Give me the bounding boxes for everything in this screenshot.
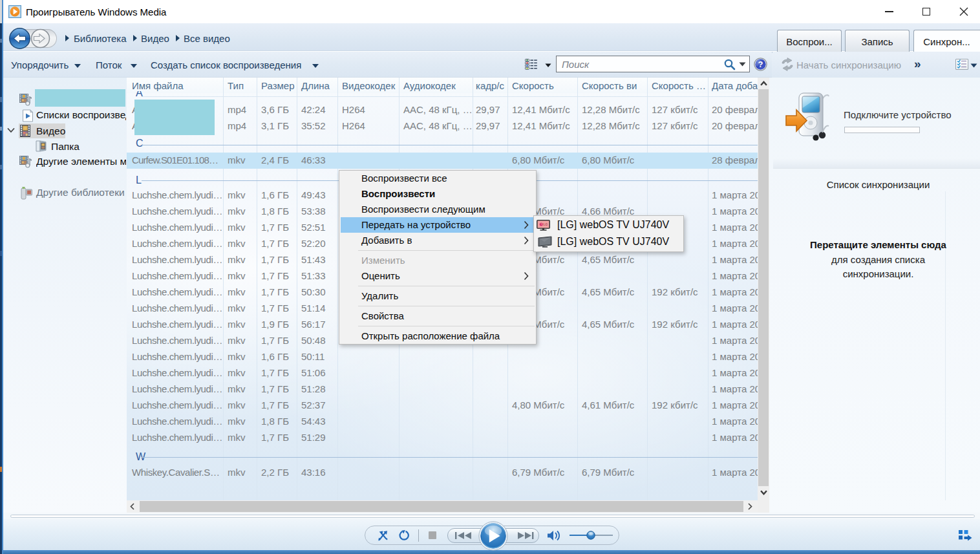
svg-text:?: ? — [758, 59, 763, 69]
svg-text:LG: LG — [544, 222, 548, 226]
